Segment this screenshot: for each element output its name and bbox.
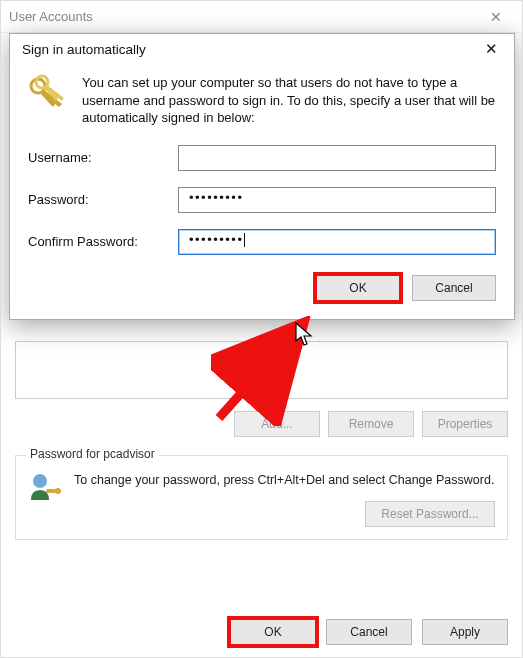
ok-button[interactable]: OK [230,619,316,645]
ok-button[interactable]: OK [316,275,400,301]
users-buttons-row: Add... Remove Properties [15,411,508,437]
parent-title: User Accounts [9,9,93,24]
username-field[interactable] [178,145,496,171]
password-group: Password for pcadvisor To change your pa… [15,455,508,540]
parent-titlebar: User Accounts ✕ [1,1,522,33]
apply-button[interactable]: Apply [422,619,508,645]
close-icon[interactable]: ✕ [476,40,506,58]
text-caret [244,233,245,247]
avatar-key-icon [28,472,62,502]
users-listbox[interactable] [15,341,508,399]
svg-point-0 [33,474,47,488]
confirm-password-field[interactable]: ••••••••• [178,229,496,255]
close-icon[interactable]: ✕ [476,9,516,25]
dialog-titlebar: Sign in automatically ✕ [10,34,514,64]
username-label: Username: [28,150,178,165]
password-group-title: Password for pcadvisor [26,447,159,461]
remove-button: Remove [328,411,414,437]
signin-auto-dialog: Sign in automatically ✕ You can set up y… [9,33,515,320]
keys-icon [28,74,66,112]
confirm-value: ••••••••• [189,232,243,247]
dialog-intro-text: You can set up your computer so that use… [82,74,496,127]
reset-password-button: Reset Password... [365,501,495,527]
add-button: Add... [234,411,320,437]
password-group-text: To change your password, press Ctrl+Alt+… [74,472,495,489]
password-label: Password: [28,192,178,207]
parent-bottom-buttons: OK Cancel Apply [230,619,508,645]
dialog-title: Sign in automatically [22,42,146,57]
confirm-password-label: Confirm Password: [28,234,178,249]
properties-button: Properties [422,411,508,437]
user-accounts-window: User Accounts ✕ Add... Remove Properties… [0,0,523,658]
cancel-button[interactable]: Cancel [326,619,412,645]
svg-point-2 [55,488,61,494]
cancel-button[interactable]: Cancel [412,275,496,301]
password-value: ••••••••• [189,190,243,205]
password-field[interactable]: ••••••••• [178,187,496,213]
